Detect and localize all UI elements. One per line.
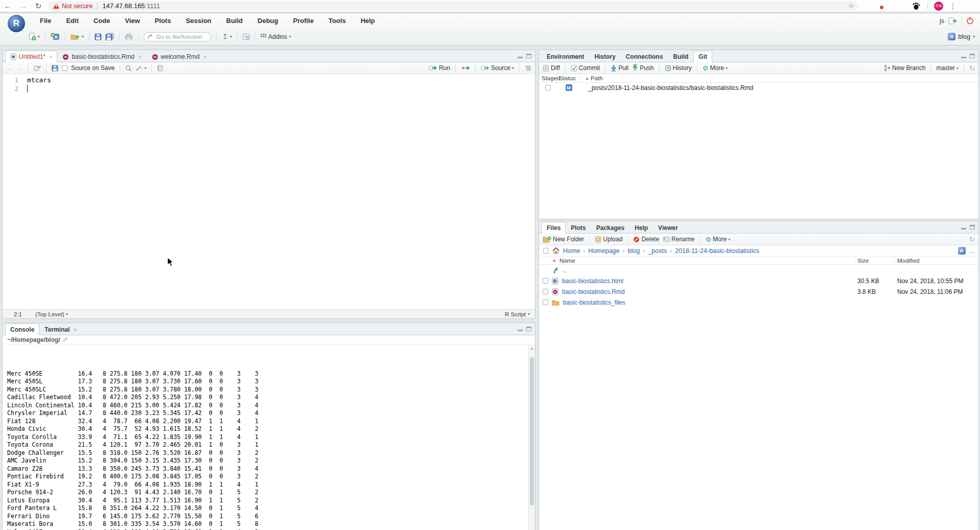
delete-button[interactable]: Delete bbox=[633, 236, 659, 243]
file-row-rmd[interactable]: basic-biostatistics.Rmd 3.8 KB Nov 24, 2… bbox=[539, 286, 978, 297]
nav-forward-icon[interactable]: → bbox=[16, 64, 23, 72]
file-link[interactable]: basic-biostatistics.Rmd bbox=[562, 288, 625, 295]
browser-menu-icon[interactable]: ⋮ bbox=[949, 2, 956, 10]
tab-git[interactable]: Git bbox=[693, 51, 712, 62]
menu-item[interactable]: Tools bbox=[329, 17, 346, 25]
menu-item[interactable]: Code bbox=[94, 17, 110, 25]
tab-console[interactable]: Console bbox=[5, 324, 39, 335]
size-column-header[interactable]: Size bbox=[855, 257, 895, 264]
maximize-pane-icon[interactable] bbox=[970, 54, 975, 58]
project-selector[interactable]: R blog ▾ bbox=[948, 28, 975, 45]
find-replace-icon[interactable] bbox=[125, 65, 132, 72]
quit-session-icon[interactable] bbox=[966, 17, 974, 25]
close-tab-icon[interactable]: × bbox=[138, 54, 141, 60]
refresh-icon[interactable]: ↻ bbox=[969, 236, 975, 243]
working-directory-label[interactable]: ~/Homepage/blog/ bbox=[7, 336, 60, 343]
code-editor[interactable]: 1 2 mtcars bbox=[3, 74, 535, 309]
new-folder-button[interactable]: New Folder bbox=[543, 236, 584, 243]
menu-item[interactable]: Session bbox=[186, 17, 212, 25]
breadcrumb-link[interactable]: Home bbox=[563, 247, 580, 255]
close-tab-icon[interactable]: × bbox=[203, 54, 206, 60]
upload-button[interactable]: Upload bbox=[595, 236, 622, 243]
browser-forward-icon[interactable]: → bbox=[15, 2, 31, 10]
compile-report-icon[interactable] bbox=[157, 65, 163, 72]
menu-item[interactable]: Build bbox=[226, 17, 243, 25]
tab-plots[interactable]: Plots bbox=[566, 222, 591, 234]
history-button[interactable]: History bbox=[665, 64, 692, 72]
maximize-pane-icon[interactable] bbox=[526, 327, 531, 331]
breadcrumb-link[interactable]: _posts bbox=[648, 247, 667, 255]
scroll-up-icon[interactable]: ▲ bbox=[529, 347, 535, 350]
staged-column-header[interactable]: Staged bbox=[539, 74, 556, 82]
minimize-pane-icon[interactable] bbox=[518, 54, 523, 58]
sign-out-icon[interactable] bbox=[948, 17, 958, 25]
refresh-icon[interactable]: ↻ bbox=[969, 64, 975, 72]
file-checkbox[interactable] bbox=[543, 278, 548, 284]
maximize-pane-icon[interactable] bbox=[970, 225, 975, 229]
url-host[interactable]: 147.47.68.165 bbox=[102, 2, 145, 10]
addins-button[interactable]: Addins ▾ bbox=[261, 33, 291, 40]
code-tools-button[interactable]: ▾ bbox=[135, 65, 146, 72]
profile-avatar[interactable]: 잔설 bbox=[934, 2, 943, 11]
console-output[interactable]: Merc 450SE 16.4 8 275.8 180 3.07 4.070 1… bbox=[3, 345, 528, 530]
open-file-button[interactable]: ▾ bbox=[71, 33, 84, 40]
browser-reload-icon[interactable]: ↻ bbox=[31, 2, 46, 11]
menu-item[interactable]: Plots bbox=[155, 17, 171, 25]
print-button[interactable] bbox=[125, 33, 133, 40]
up-directory-icon[interactable] bbox=[553, 267, 559, 273]
tab-terminal[interactable]: Terminal × bbox=[39, 324, 82, 335]
tab-basic-biostatistics-rmd[interactable]: basic-biostatistics.Rmd × bbox=[57, 51, 146, 62]
gnome-foot-icon[interactable] bbox=[912, 2, 920, 10]
save-all-button[interactable] bbox=[105, 33, 114, 40]
menu-item[interactable]: View bbox=[125, 17, 139, 25]
nav-back-icon[interactable]: ← bbox=[6, 64, 13, 72]
name-column-header[interactable]: ▲ Name bbox=[539, 257, 855, 264]
maximize-pane-icon[interactable] bbox=[526, 54, 531, 58]
url-port[interactable]: :1111 bbox=[145, 2, 160, 10]
git-file-path[interactable]: _posts/2018-11-24-basic-biostatistics/ba… bbox=[581, 84, 978, 91]
tab-environment[interactable]: Environment bbox=[542, 51, 589, 62]
address-bar[interactable]: Not secure 147.47.68.165 :1111 ☆ bbox=[48, 1, 858, 11]
new-file-button[interactable]: ▾ bbox=[29, 33, 40, 41]
new-project-button[interactable]: R bbox=[51, 33, 60, 40]
minimize-pane-icon[interactable] bbox=[961, 54, 966, 58]
status-column-header[interactable]: Status bbox=[556, 74, 581, 82]
pane-layout-button[interactable] bbox=[243, 33, 250, 40]
source-on-save-checkbox[interactable] bbox=[62, 65, 67, 71]
tab-untitled1[interactable]: Untitled1* × bbox=[5, 51, 57, 62]
doc-type-selector[interactable]: R Script ▾ bbox=[505, 311, 530, 317]
tab-help[interactable]: Help bbox=[629, 222, 653, 234]
minimize-pane-icon[interactable] bbox=[518, 327, 523, 331]
file-row-folder[interactable]: basic-biostatistics_files bbox=[539, 297, 978, 308]
menu-item[interactable]: File bbox=[40, 17, 51, 25]
path-column-header[interactable]: ▲ Path bbox=[581, 74, 978, 82]
menu-item[interactable]: Help bbox=[361, 17, 375, 25]
goto-file-function-input[interactable]: Go to file/function bbox=[144, 32, 211, 41]
tab-welcome-rmd[interactable]: welcome.Rmd × bbox=[147, 51, 212, 62]
editor-content[interactable]: mtcars bbox=[24, 74, 535, 309]
push-button[interactable]: Push bbox=[632, 64, 654, 72]
rename-button[interactable]: Rename bbox=[663, 236, 694, 243]
scrollbar-thumb[interactable] bbox=[530, 357, 534, 505]
file-checkbox[interactable] bbox=[543, 289, 548, 294]
folder-link[interactable]: basic-biostatistics_files bbox=[563, 299, 625, 306]
file-row-html[interactable]: basic-biostatistics.html 30.5 KB Nov 24,… bbox=[539, 275, 978, 286]
new-branch-button[interactable]: New Branch bbox=[884, 64, 925, 72]
branch-selector[interactable]: master ▾ bbox=[936, 64, 959, 72]
more-button[interactable]: ⚙ More ▾ bbox=[705, 236, 730, 243]
not-secure-label[interactable]: Not secure bbox=[62, 3, 92, 10]
tab-packages[interactable]: Packages bbox=[591, 222, 629, 234]
extension-blue-icon[interactable] bbox=[866, 2, 874, 10]
document-outline-icon[interactable] bbox=[525, 65, 531, 71]
extension-fox-icon[interactable] bbox=[896, 2, 905, 10]
scope-selector[interactable]: (Top Level) ▾ bbox=[35, 311, 68, 317]
tab-history[interactable]: History bbox=[589, 51, 620, 62]
rerun-button[interactable] bbox=[461, 65, 470, 71]
diff-button[interactable]: Diff bbox=[543, 64, 560, 72]
open-directory-icon[interactable] bbox=[63, 337, 69, 342]
file-checkbox[interactable] bbox=[543, 299, 548, 305]
modified-column-header[interactable]: Modified bbox=[895, 257, 978, 264]
tab-files[interactable]: Files bbox=[542, 222, 566, 234]
source-button[interactable]: Source ▾ bbox=[481, 64, 514, 72]
close-tab-icon[interactable]: × bbox=[73, 327, 76, 333]
